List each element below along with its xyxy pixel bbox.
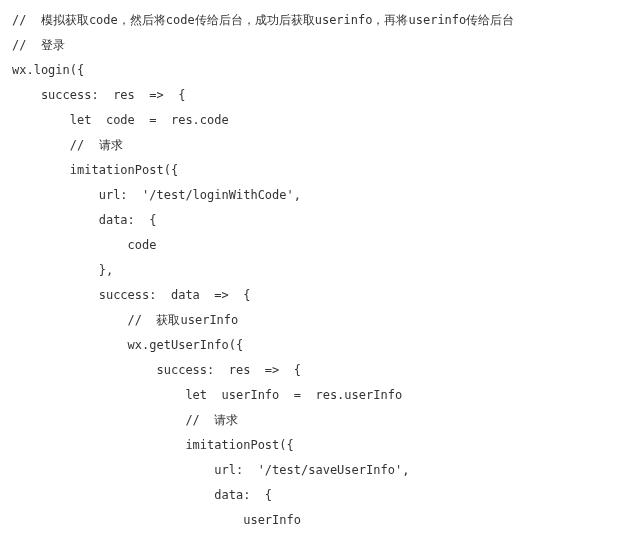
code-block: // 模拟获取code，然后将code传给后台，成功后获取userinfo，再将… (0, 0, 622, 534)
code-content: // 模拟获取code，然后将code传给后台，成功后获取userinfo，再将… (12, 13, 514, 534)
